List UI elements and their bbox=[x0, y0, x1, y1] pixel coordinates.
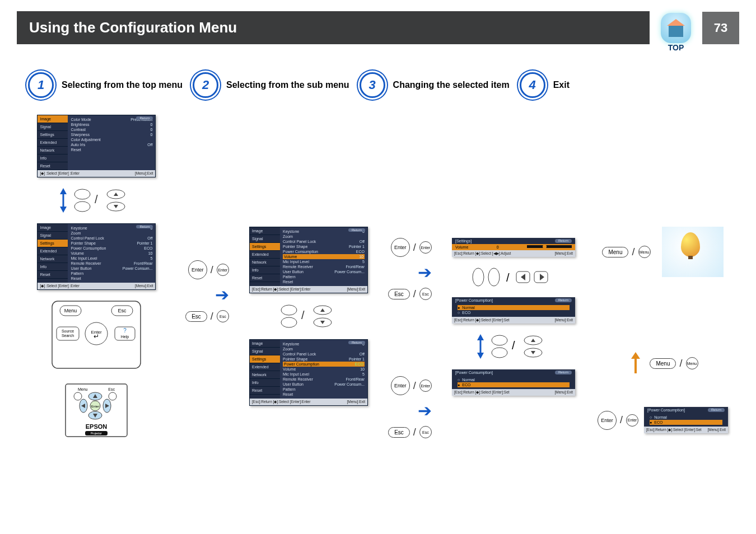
balloon-image bbox=[662, 227, 724, 277]
svg-text:EPSON: EPSON bbox=[86, 423, 108, 430]
svg-point-43 bbox=[281, 317, 297, 327]
svg-text:Search: Search bbox=[62, 334, 74, 338]
steps-row: 1 Selecting from the top menu 2 Selectin… bbox=[28, 72, 728, 98]
arrow-right-icon: ➔ bbox=[418, 263, 432, 282]
menu-button-icon: Menu bbox=[602, 247, 628, 257]
power-box-eco: [Power Consumption]Return ○Normal ●ECO [… bbox=[452, 369, 575, 396]
volume-adjust-box: [Settings]Return Volume0 [Esc]:Return [◆… bbox=[452, 238, 575, 257]
svg-text:/: / bbox=[506, 271, 510, 284]
menu-small-icon: Menu bbox=[638, 246, 651, 258]
option-normal[interactable]: ●Normal bbox=[458, 305, 570, 310]
svg-marker-58 bbox=[477, 353, 484, 359]
svg-point-49 bbox=[473, 268, 484, 286]
menu-image-selected: Image Signal Settings Extended Network I… bbox=[37, 115, 156, 177]
svg-point-42 bbox=[281, 305, 297, 315]
left-right-nav-illustration: / bbox=[466, 266, 561, 288]
top-home-button[interactable]: TOP bbox=[661, 13, 691, 43]
svg-text:↵: ↵ bbox=[94, 332, 99, 340]
menu-tab-settings[interactable]: Settings bbox=[38, 131, 68, 139]
option-eco[interactable]: ○ECO bbox=[458, 310, 570, 315]
svg-marker-1 bbox=[60, 188, 67, 194]
column-2: Image Signal Settings Extended Network I… bbox=[249, 227, 368, 406]
svg-text:/: / bbox=[301, 309, 305, 321]
esc-small-icon: Esc bbox=[217, 310, 229, 322]
svg-marker-57 bbox=[477, 334, 484, 340]
esc-button-icon: Esc bbox=[185, 311, 207, 322]
transition-2: Enter/Enter ➔ Esc/Esc Enter/Enter ➔ Esc/… bbox=[390, 238, 430, 438]
content-columns: Image Signal Settings Extended Network I… bbox=[28, 115, 728, 442]
option-eco[interactable]: ●ECO bbox=[458, 382, 570, 387]
step-1: 1 Selecting from the top menu bbox=[28, 72, 183, 98]
updown-nav-illustration: / bbox=[472, 332, 556, 360]
svg-text:Help: Help bbox=[121, 335, 129, 339]
svg-point-26 bbox=[74, 392, 82, 400]
menu-tab-image[interactable]: Image bbox=[38, 115, 68, 123]
page-title: Using the Configuration Menu bbox=[17, 11, 650, 44]
step-2: 2 Selecting from the sub menu bbox=[193, 72, 349, 98]
transition-1: Enter/Enter ➔ Esc/Esc bbox=[188, 260, 227, 322]
step-4: 4 Exit bbox=[520, 72, 570, 98]
volume-row[interactable]: Volume10 bbox=[283, 254, 365, 259]
remote-control-illustration: Menu Esc SourceSearch Enter↵ ?Help bbox=[49, 299, 144, 372]
svg-text:/: / bbox=[512, 339, 515, 352]
page-header: Using the Configuration Menu TOP 73 bbox=[17, 11, 739, 44]
svg-text:Esc: Esc bbox=[118, 308, 127, 313]
return-button[interactable]: Return bbox=[555, 239, 572, 243]
svg-text:Menu: Menu bbox=[78, 387, 88, 391]
power-box-eco-small: [Power Consumption]Return ○Normal ●ECO [… bbox=[644, 407, 728, 433]
svg-point-60 bbox=[492, 348, 507, 358]
page-number: 73 bbox=[702, 12, 739, 44]
step-3: 3 Changing the selected item bbox=[360, 72, 510, 98]
menu-tab-signal[interactable]: Signal bbox=[38, 123, 68, 131]
arrow-right-icon: ➔ bbox=[215, 285, 229, 305]
home-icon bbox=[667, 19, 685, 26]
svg-point-3 bbox=[74, 189, 90, 199]
menu-tab-network[interactable]: Network bbox=[38, 147, 68, 154]
svg-text:Source: Source bbox=[62, 329, 74, 333]
arrow-up-icon bbox=[627, 351, 644, 376]
menu-tab-extended[interactable]: Extended bbox=[38, 139, 68, 147]
svg-text:/: / bbox=[95, 193, 98, 205]
svg-text:Menu: Menu bbox=[64, 308, 77, 313]
option-normal[interactable]: ○Normal bbox=[458, 377, 570, 382]
menu-power-highlighted: Image Signal Settings Extended Network I… bbox=[249, 339, 368, 406]
svg-point-59 bbox=[492, 335, 507, 345]
power-row[interactable]: Power ConsumptionECO bbox=[283, 362, 365, 367]
svg-marker-67 bbox=[631, 352, 640, 359]
menu-tab-reset[interactable]: Reset bbox=[38, 162, 68, 170]
projector-panel-illustration: Menu Esc Enter EPSON Projector bbox=[60, 381, 133, 442]
svg-text:Esc: Esc bbox=[109, 387, 115, 391]
updown-nav-illustration: / bbox=[267, 302, 351, 330]
svg-point-50 bbox=[488, 268, 500, 286]
svg-text:?: ? bbox=[124, 327, 127, 334]
menu-volume-highlighted: Image Signal Settings Extended Network I… bbox=[249, 227, 368, 293]
svg-marker-2 bbox=[60, 207, 67, 213]
svg-text:Enter: Enter bbox=[91, 405, 99, 408]
enter-small-icon: Enter bbox=[217, 264, 229, 276]
volume-slider[interactable]: Volume0 bbox=[452, 244, 575, 250]
svg-point-4 bbox=[74, 202, 90, 212]
arrow-right-icon: ➔ bbox=[418, 401, 432, 420]
power-box-normal: [Power Consumption]Return ●Normal ○ECO [… bbox=[452, 297, 575, 324]
return-button[interactable]: Return bbox=[136, 116, 153, 120]
updown-nav-illustration: / bbox=[54, 186, 138, 214]
menu-settings-selected: Image Signal Settings Extended Network I… bbox=[37, 223, 156, 290]
menu-tab-info[interactable]: Info bbox=[38, 154, 68, 162]
svg-point-28 bbox=[109, 392, 116, 400]
column-3: [Settings]Return Volume0 [Esc]:Return [◆… bbox=[452, 238, 575, 396]
svg-text:Projector: Projector bbox=[91, 432, 102, 435]
column-4: Menu/Menu Menu/Menu Enter/Enter [Power C… bbox=[598, 227, 728, 433]
menu-exit-pair: Menu/Menu bbox=[602, 246, 650, 258]
column-1: Image Signal Settings Extended Network I… bbox=[28, 115, 165, 442]
enter-button-icon: Enter bbox=[188, 260, 207, 279]
